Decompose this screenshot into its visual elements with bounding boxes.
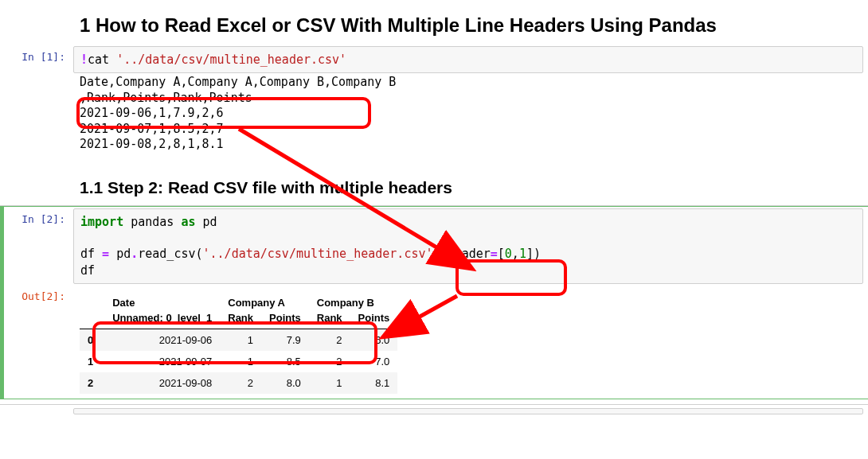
code-token: cat [88,53,116,67]
code-token: pd [196,215,217,229]
table-cell: 8.5 [261,351,309,372]
table-header: Company B [309,292,398,310]
table-cell: 1 [309,372,350,394]
table-header: Points [261,310,309,329]
code-token: ! [80,53,88,67]
code-token: '../data/csv/multine_header.csv' [203,247,433,261]
table-cell: 7.9 [261,329,309,351]
code-token: ]) [526,247,541,261]
table-header: Points [350,310,398,329]
prompt-in-1: In [1]: [0,46,73,73]
table-index: 0 [80,329,104,351]
table-header: Rank [309,310,350,329]
table-cell: 6.0 [350,329,398,351]
table-cell: 1 [220,351,261,372]
code-cell-empty[interactable] [73,408,863,414]
table-header: Company A [220,292,309,310]
table-cell: 2021-09-06 [104,329,220,351]
table-cell: 7.0 [350,351,398,372]
table-row: 1 2021-09-07 1 8.5 2 7.0 [80,351,397,372]
output-dataframe: Date Company A Company B Unnamed: 0_leve… [80,292,397,394]
table-header: Unnamed: 0_level_1 [104,310,220,329]
table-row: 0 2021-09-06 1 7.9 2 6.0 [80,329,397,351]
code-token: = [491,247,498,261]
table-cell: 8.0 [261,372,309,394]
code-token: , header [433,247,491,261]
output-cell-1: Date,Company A,Company A,Company B,Compa… [73,73,868,158]
prompt-empty [0,408,73,414]
table-cell: 1 [220,329,261,351]
table-header-row: Date Company A Company B [80,292,397,310]
table-cell: 8.1 [350,372,398,394]
prompt-empty [0,73,73,158]
code-token: pandas [123,215,181,229]
table-cell: 2 [220,372,261,394]
table-cell: 2021-09-08 [104,372,220,394]
code-token: '../data/csv/multine_header.csv' [116,53,346,67]
table-index: 2 [80,372,104,394]
table-header-row: Unnamed: 0_level_1 Rank Points Rank Poin… [80,310,397,329]
code-cell-1[interactable]: !cat '../data/csv/multine_header.csv' [73,46,863,73]
table-header [80,310,104,329]
page-title: 1 How to Read Excel or CSV With Multiple… [80,14,868,37]
code-token: 1 [519,247,526,261]
code-token: df [80,263,95,278]
table-cell: 2021-09-07 [104,351,220,372]
selected-cell-wrapper: In [2]: import pandas as pd df = pd.read… [0,206,868,399]
table-row: 2 2021-09-08 2 8.0 1 8.1 [80,372,397,394]
code-token: as [181,215,195,229]
code-token: df [80,247,102,261]
code-token: . [131,247,138,261]
code-token: pd [109,247,131,261]
section-title: 1.1 Step 2: Read CSV file with multiple … [80,178,868,197]
table-header: Rank [220,310,261,329]
divider [0,404,868,405]
prompt-out-2: Out[2]: [4,286,73,399]
code-token: 0 [505,247,512,261]
table-header: Date [104,292,220,310]
code-token: = [102,247,109,261]
table-index: 1 [80,351,104,372]
code-token: read_csv( [138,247,202,261]
code-token: , [512,247,519,261]
table-cell: 2 [309,329,350,351]
code-cell-2[interactable]: import pandas as pd df = pd.read_csv('..… [73,208,863,284]
table-cell: 2 [309,351,350,372]
code-token: import [80,215,123,229]
prompt-in-2: In [2]: [4,208,73,284]
code-token: [ [498,247,505,261]
table-header [80,292,104,310]
